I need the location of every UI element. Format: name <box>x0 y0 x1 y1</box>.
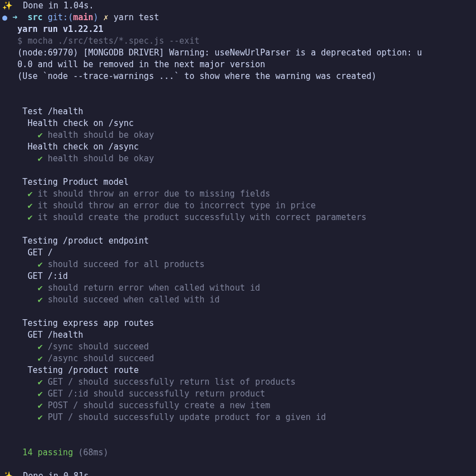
sparkle-icon: ✨ <box>2 471 13 476</box>
context-title: GET / <box>2 247 476 259</box>
test-result: ✔ should succeed when called with id <box>2 294 476 306</box>
context-title: GET /health <box>2 329 476 341</box>
test-result: ✔ it should create the product successfu… <box>2 212 476 223</box>
yarn-run-header: yarn run v1.22.21 <box>2 24 476 35</box>
check-icon: ✔ <box>27 200 32 211</box>
check-icon: ✔ <box>38 130 43 140</box>
test-result: ✔ /sync should succeed <box>2 341 476 353</box>
test-result: ✔ POST / should successfully create a ne… <box>2 400 476 412</box>
check-icon: ✔ <box>38 259 43 269</box>
test-result: ✔ should succeed for all products <box>2 259 476 270</box>
check-icon: ✔ <box>38 353 43 363</box>
context-title: Health check on /async <box>2 141 476 153</box>
dirty-x-icon: ✗ <box>99 12 109 22</box>
test-result: ✔ GET /:id should successfully return pr… <box>2 388 476 400</box>
suite-title: Testing /product endpoint <box>2 235 476 247</box>
context-title: Testing /product route <box>2 365 476 376</box>
suite-title: Testing Product model <box>2 176 476 188</box>
done-line-1: ✨ Done in 1.04s. <box>2 0 476 12</box>
test-result: ✔ health should be okay <box>2 153 476 165</box>
test-result: ✔ PUT / should successfully update produ… <box>2 412 476 423</box>
test-result: ✔ it should throw an error due to missin… <box>2 188 476 200</box>
sparkle-icon: ✨ <box>2 1 13 11</box>
suite-title: Test /health <box>2 106 476 118</box>
git-branch: main <box>73 12 93 22</box>
context-title: Health check on /sync <box>2 118 476 129</box>
check-icon: ✔ <box>38 283 43 293</box>
check-icon: ✔ <box>38 342 43 352</box>
test-result: ✔ /async should succeed <box>2 353 476 365</box>
suite-title: Testing express app routes <box>2 318 476 329</box>
test-result: ✔ it should throw an error due to incorr… <box>2 200 476 212</box>
check-icon: ✔ <box>38 377 43 387</box>
command-input[interactable]: yarn test <box>109 12 159 22</box>
warning-line-1: (node:69770) [MONGODB DRIVER] Warning: u… <box>2 47 476 59</box>
check-icon: ✔ <box>38 412 43 422</box>
dirty-dot-icon: ● <box>2 12 7 22</box>
check-icon: ✔ <box>38 400 43 410</box>
test-result: ✔ GET / should successfully return list … <box>2 376 476 388</box>
mocha-command: $ mocha ./src/tests/*.spec.js --exit <box>2 35 476 47</box>
summary-line: 14 passing (68ms) <box>2 447 476 459</box>
cwd: src <box>22 12 43 22</box>
check-icon: ✔ <box>38 295 43 305</box>
context-title: GET /:id <box>2 270 476 282</box>
check-icon: ✔ <box>38 389 43 399</box>
test-result: ✔ health should be okay <box>2 129 476 141</box>
warning-line-2: 0.0 and will be removed in the next majo… <box>2 59 476 71</box>
warning-line-3: (Use `node --trace-warnings ...` to show… <box>2 71 476 82</box>
done-line-2: ✨ Done in 0.81s. <box>2 470 476 476</box>
prompt-arrow-icon: ➜ <box>7 12 22 22</box>
check-icon: ✔ <box>38 153 43 164</box>
check-icon: ✔ <box>27 189 32 199</box>
check-icon: ✔ <box>27 212 32 222</box>
prompt-line-1[interactable]: ● ➜ src git:(main) ✗ yarn test <box>2 12 476 24</box>
test-result: ✔ should return error when called withou… <box>2 282 476 294</box>
